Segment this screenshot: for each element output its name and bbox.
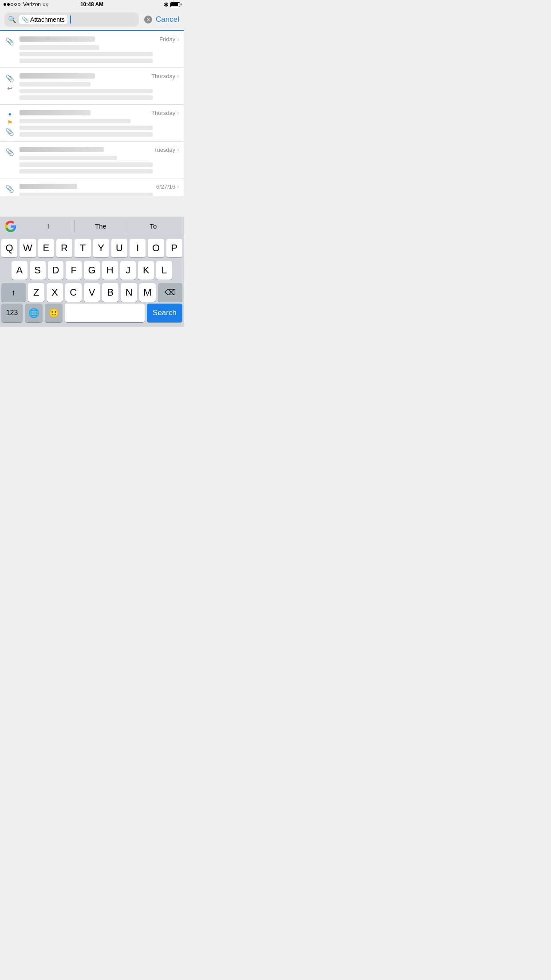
email-date-5: 6/27/16 › [156,183,179,190]
suggestion-2[interactable]: The [75,222,126,230]
key-l[interactable]: L [156,261,172,280]
search-tag: 📎 Attachments [19,15,67,24]
email-item[interactable]: 📎 Tuesday › [0,142,184,178]
backspace-icon: ⌫ [165,288,176,297]
shift-key[interactable]: ↑ [1,283,26,302]
email-date-3: Thursday › [151,109,179,116]
signal-dot-1 [4,3,6,6]
email-lines-3 [20,119,179,137]
suggestion-1[interactable]: I [22,222,74,230]
attachment-icon-3: 📎 [5,128,14,136]
chevron-5: › [177,183,179,190]
email-content-3: Thursday › [20,109,184,137]
email-list: 📎 Friday › 📎 ↩ [0,31,184,196]
search-bar: 🔍 📎 Attachments ✕ Cancel [0,9,184,31]
battery-fill [171,3,178,6]
line-3-2 [20,126,153,130]
carrier-label: Verizon [23,1,41,8]
suggestion-3[interactable]: To [127,222,179,230]
signal-dot-4 [14,3,17,6]
globe-key[interactable]: 🌐 [25,304,43,322]
chevron-1: › [177,36,179,43]
key-s[interactable]: S [30,261,46,280]
key-b[interactable]: B [102,283,118,302]
clear-search-button[interactable]: ✕ [144,16,152,24]
email-lines-2 [20,82,179,100]
key-k[interactable]: K [138,261,154,280]
key-w[interactable]: W [20,239,35,257]
sender-bar-4 [20,147,104,152]
key-g[interactable]: G [84,261,100,280]
key-a[interactable]: A [12,261,28,280]
line-3-1 [20,119,130,123]
status-right: ✱ [164,1,180,8]
key-u[interactable]: U [111,239,127,257]
status-bar: Verizon ▿▿ 10:48 AM ✱ [0,0,184,9]
email-content-5: 6/27/16 › [20,183,184,196]
battery-indicator [170,2,180,7]
key-c[interactable]: C [65,283,82,302]
key-m[interactable]: M [139,283,156,302]
flag-icon-3: ⚑ [7,119,13,126]
date-text-2: Thursday [151,73,175,79]
status-time: 10:48 AM [80,1,103,8]
key-o[interactable]: O [148,239,164,257]
chevron-4: › [177,146,179,153]
key-i[interactable]: I [130,239,146,257]
email-icons-2: 📎 ↩ [0,72,20,100]
line-5-1 [20,193,153,196]
email-icons-1: 📎 [0,36,20,63]
cancel-button[interactable]: Cancel [156,15,179,24]
key-d[interactable]: D [48,261,64,280]
key-h[interactable]: H [102,261,118,280]
backspace-key[interactable]: ⌫ [158,283,182,302]
key-e[interactable]: E [38,239,54,257]
key-n[interactable]: N [121,283,137,302]
bluetooth-icon: ✱ [164,1,169,8]
email-header-4: Tuesday › [20,146,179,153]
emoji-key[interactable]: 🙂 [45,304,63,322]
email-date-4: Tuesday › [153,146,179,153]
key-q[interactable]: Q [1,239,17,257]
key-p[interactable]: P [166,239,182,257]
space-key[interactable] [65,304,145,322]
search-input-wrapper[interactable]: 🔍 📎 Attachments [4,12,139,27]
suggestions-group: I The To [18,220,184,233]
key-z[interactable]: Z [28,283,44,302]
line-2-1 [20,82,91,87]
line-2-3 [20,95,153,100]
email-lines-1 [20,45,179,63]
key-j[interactable]: J [120,261,136,280]
email-lines-4 [20,156,179,174]
sender-bar-1 [20,36,95,42]
reply-icon-2: ↩ [7,84,13,92]
line-2-2 [20,89,153,93]
unread-dot-3: ● [8,111,11,117]
numbers-key[interactable]: 123 [1,304,23,322]
email-icons-4: 📎 [0,146,20,174]
email-date-2: Thursday › [151,72,179,79]
key-r[interactable]: R [56,239,72,257]
wifi-icon: ▿▿ [43,1,49,8]
key-f[interactable]: F [66,261,82,280]
key-t[interactable]: T [75,239,91,257]
date-text-1: Friday [159,36,175,43]
email-header-3: Thursday › [20,109,179,116]
key-y[interactable]: Y [93,239,109,257]
keyboard-bottom-row: 123 🌐 🙂 Search [0,304,184,327]
email-item[interactable]: ● ⚑ 📎 Thursday › [0,105,184,142]
google-logo [4,219,18,233]
line-4-1 [20,156,117,160]
search-key[interactable]: Search [147,304,182,322]
key-v[interactable]: V [84,283,100,302]
key-x[interactable]: X [47,283,63,302]
line-4-3 [20,169,153,174]
email-item[interactable]: 📎 6/27/16 › [0,178,184,196]
date-text-3: Thursday [151,110,175,116]
sender-bar-3 [20,110,91,115]
email-item[interactable]: 📎 ↩ Thursday › [0,68,184,105]
signal-dot-3 [11,3,13,6]
date-text-5: 6/27/16 [156,183,175,190]
email-item[interactable]: 📎 Friday › [0,31,184,68]
email-header-2: Thursday › [20,72,179,79]
